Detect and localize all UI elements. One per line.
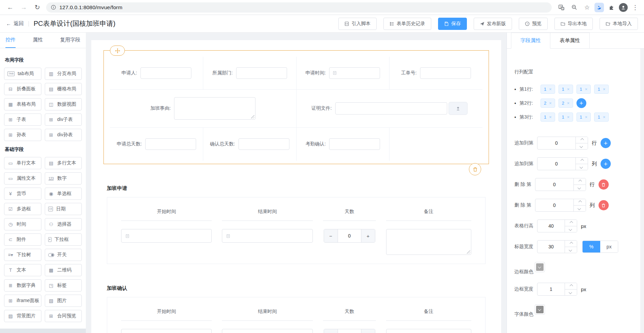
stepper-minus-icon[interactable]: − bbox=[324, 229, 338, 242]
add-column-chip-button[interactable]: + bbox=[576, 98, 586, 108]
index-number-input[interactable]: 0 bbox=[535, 199, 586, 212]
title-width-input[interactable]: 30 bbox=[537, 240, 577, 253]
font-color-swatch[interactable] bbox=[535, 304, 545, 315]
import-script-button[interactable]: 引入脚本 bbox=[338, 18, 377, 30]
control-grid-layout[interactable]: ▤栅格布局 bbox=[45, 83, 82, 95]
spinner-up-button[interactable] bbox=[574, 199, 586, 205]
control-tag[interactable]: ◳标签 bbox=[45, 279, 82, 292]
department-input[interactable] bbox=[236, 67, 287, 79]
control-data-dictionary[interactable]: ≣数据字典 bbox=[4, 279, 41, 292]
panel-vertical-scrollbar[interactable] bbox=[640, 49, 644, 333]
stepper-plus-icon[interactable]: + bbox=[361, 229, 375, 242]
control-background-image[interactable]: ▨背景图片 bbox=[4, 310, 41, 322]
selected-table-layout-block[interactable]: 申请人: 所属部门: 申请时间: 工单号: 加班事由: 证明文件: bbox=[103, 50, 489, 164]
row-height-input[interactable]: 40 bbox=[537, 220, 577, 232]
chip-remove-icon[interactable]: × bbox=[603, 87, 606, 92]
tab-form-properties[interactable]: 表单属性 bbox=[550, 33, 590, 48]
control-data-view[interactable]: ◫数据视图 bbox=[45, 98, 82, 110]
control-attachment[interactable]: ⊂附件 bbox=[4, 233, 41, 246]
spinner-down-button[interactable] bbox=[565, 226, 577, 232]
form-history-button[interactable]: 表单历史记录 bbox=[383, 18, 431, 30]
control-collapse-panel[interactable]: ⊟折叠面板 bbox=[4, 83, 41, 95]
spinner-down-button[interactable] bbox=[574, 205, 586, 212]
publish-button[interactable]: 发布新版 bbox=[474, 18, 512, 30]
control-switch[interactable]: 开关 bbox=[45, 249, 82, 261]
spinner-down-button[interactable] bbox=[565, 289, 577, 296]
control-qrcode[interactable]: ▩二维码 bbox=[45, 264, 82, 276]
column-span-chip[interactable]: 1× bbox=[558, 112, 573, 122]
browser-menu-icon[interactable]: ⋮ bbox=[630, 2, 641, 13]
browser-back-icon[interactable]: ← bbox=[3, 1, 17, 14]
chip-remove-icon[interactable]: × bbox=[585, 87, 588, 92]
control-multiline-text[interactable]: ▤多行文本 bbox=[45, 157, 82, 169]
control-number[interactable]: 123数字 bbox=[45, 172, 82, 185]
control-iframe-panel[interactable]: ⊞iframe面板 bbox=[4, 295, 41, 307]
chip-remove-icon[interactable]: × bbox=[549, 101, 552, 106]
chip-remove-icon[interactable]: × bbox=[603, 115, 606, 120]
profile-avatar[interactable] bbox=[619, 3, 628, 12]
tab-controls[interactable]: 控件 bbox=[5, 33, 16, 48]
upload-button[interactable] bbox=[449, 102, 468, 115]
spinner-up-button[interactable] bbox=[565, 283, 577, 289]
spinner-up-button[interactable] bbox=[574, 178, 586, 185]
apply-total-days-input[interactable] bbox=[145, 138, 196, 150]
save-button[interactable]: 保存 bbox=[438, 18, 467, 30]
export-local-button[interactable]: 导出本地 bbox=[554, 18, 593, 30]
browser-forward-icon[interactable]: → bbox=[17, 1, 31, 14]
append-row-button[interactable]: + bbox=[601, 138, 611, 148]
column-span-chip[interactable]: 1× bbox=[541, 112, 555, 122]
control-contract-preview[interactable]: ⊞合同预览 bbox=[45, 310, 82, 322]
site-info-icon[interactable] bbox=[51, 5, 56, 10]
column-span-chip[interactable]: 1× bbox=[594, 112, 609, 122]
bookmark-star-icon[interactable]: ☆ bbox=[582, 2, 592, 13]
column-span-chip[interactable]: 1× bbox=[594, 85, 609, 94]
border-color-swatch[interactable] bbox=[535, 262, 545, 272]
control-table-layout[interactable]: ▦表格布局 bbox=[4, 98, 41, 110]
chip-remove-icon[interactable]: × bbox=[549, 87, 552, 92]
stepper-plus-icon[interactable]: + bbox=[361, 329, 375, 333]
drag-move-handle[interactable] bbox=[110, 46, 125, 56]
remark-textarea[interactable] bbox=[386, 329, 471, 333]
control-currency[interactable]: ¥货币 bbox=[4, 188, 41, 200]
control-pagination-layout[interactable]: ▥分页布局 bbox=[45, 68, 82, 80]
control-image[interactable]: ▧图片 bbox=[45, 295, 82, 307]
control-dropdown-tree[interactable]: ≡▾下拉树 bbox=[4, 249, 41, 261]
tab-attributes[interactable]: 属性 bbox=[33, 33, 43, 48]
spinner-down-button[interactable] bbox=[576, 143, 588, 150]
column-span-chip[interactable]: 1× bbox=[576, 85, 591, 94]
chip-remove-icon[interactable]: × bbox=[567, 115, 570, 120]
control-time[interactable]: ◷时间 bbox=[4, 218, 41, 230]
column-span-chip[interactable]: 1× bbox=[576, 112, 591, 122]
start-time-input[interactable] bbox=[121, 229, 212, 243]
unit-option-%[interactable]: % bbox=[583, 241, 600, 252]
extensions-puzzle-icon[interactable] bbox=[606, 2, 617, 13]
chip-remove-icon[interactable]: × bbox=[549, 115, 552, 120]
end-time-input[interactable] bbox=[222, 229, 312, 243]
spinner-down-button[interactable] bbox=[565, 247, 577, 253]
index-number-input[interactable]: 0 bbox=[537, 137, 588, 150]
index-number-input[interactable]: 0 bbox=[535, 178, 586, 191]
spinner-down-button[interactable] bbox=[576, 164, 588, 170]
column-span-chip[interactable]: 2× bbox=[541, 99, 555, 108]
applicant-input[interactable] bbox=[140, 67, 191, 79]
import-local-button[interactable]: 本地导入 bbox=[600, 18, 638, 30]
spinner-up-button[interactable] bbox=[576, 137, 588, 143]
column-span-chip[interactable]: 1× bbox=[558, 85, 573, 94]
attendance-confirm-input[interactable] bbox=[329, 138, 380, 150]
control-div-subtable[interactable]: ⊞div子表 bbox=[45, 113, 82, 126]
append-column-button[interactable]: + bbox=[601, 159, 611, 169]
column-span-chip[interactable]: 1× bbox=[541, 85, 555, 94]
spinner-up-button[interactable] bbox=[565, 220, 577, 226]
end-time-input[interactable] bbox=[222, 329, 312, 333]
translate-icon[interactable]: 文G bbox=[556, 2, 567, 13]
control-attribute-text[interactable]: ▭属性文本 bbox=[4, 172, 41, 185]
delete-row-button[interactable] bbox=[599, 179, 609, 190]
browser-reload-icon[interactable]: ↻ bbox=[31, 1, 44, 14]
confirm-total-days-input[interactable] bbox=[239, 138, 289, 150]
unit-option-px[interactable]: px bbox=[600, 241, 618, 252]
control-checkbox[interactable]: ☑多选框 bbox=[4, 203, 41, 215]
control-grandchild-table[interactable]: ⊞孙表 bbox=[4, 129, 41, 141]
control-text[interactable]: T文本 bbox=[4, 264, 41, 276]
tab-reusable-fields[interactable]: 复用字段 bbox=[60, 33, 80, 48]
control-radio[interactable]: ◉单选框 bbox=[45, 188, 82, 200]
